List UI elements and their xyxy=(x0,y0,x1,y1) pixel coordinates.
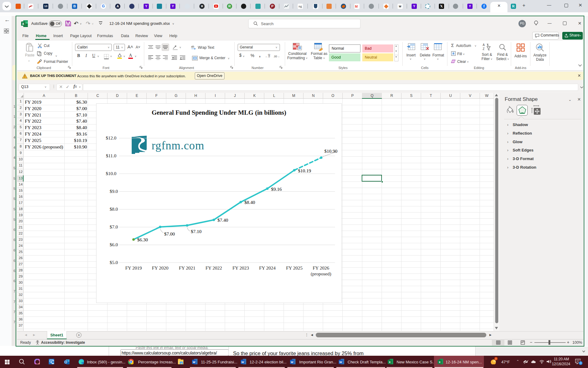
svg-text:.00→: .00→ xyxy=(273,55,280,58)
svg-text:ab: ab xyxy=(191,45,194,48)
svg-text:00: 00 xyxy=(268,54,270,56)
svg-text:X: X xyxy=(22,22,24,26)
svg-text:W: W xyxy=(291,361,293,364)
svg-text:W: W xyxy=(339,361,342,364)
svg-text:X: X xyxy=(439,361,440,364)
svg-text:X: X xyxy=(389,361,390,364)
svg-text:W: W xyxy=(193,361,195,364)
svg-text:Z: Z xyxy=(483,47,484,51)
svg-text:A: A xyxy=(483,43,485,47)
svg-text:W: W xyxy=(241,361,244,364)
